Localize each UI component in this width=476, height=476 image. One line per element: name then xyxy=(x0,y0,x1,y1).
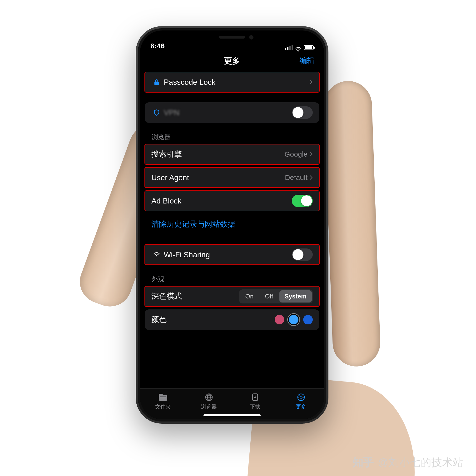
watermark: 知乎 @刘小七的技术站 xyxy=(353,455,464,470)
clear-history-row[interactable]: 清除历史记录与网站数据 xyxy=(145,214,319,235)
ad-block-label: Ad Block xyxy=(151,197,292,205)
phone-frame: 8:46 更多 编辑 xyxy=(136,26,328,424)
status-time: 8:46 xyxy=(151,42,165,50)
user-agent-label: User Agent xyxy=(151,173,285,182)
tab-folder[interactable]: 文件夹 xyxy=(140,389,186,414)
tab-browser[interactable]: 浏览器 xyxy=(186,389,232,414)
settings-content: Passcode Lock VPN 浏览器 xyxy=(140,72,324,389)
clear-history-label: 清除历史记录与网站数据 xyxy=(151,219,313,229)
tab-bar: 文件夹 浏览器 下载 更多 xyxy=(140,389,324,419)
ad-block-toggle[interactable] xyxy=(292,195,313,207)
color-row: 颜色 xyxy=(145,309,319,330)
phone-screen: 8:46 更多 编辑 xyxy=(140,31,324,419)
hand-fingers xyxy=(323,80,381,367)
chevron-right-icon xyxy=(309,152,313,157)
section-header-browser: 浏览器 xyxy=(145,133,319,144)
wifi-sharing-label: Wi-Fi Sharing xyxy=(164,250,292,259)
dark-mode-row: 深色模式 On Off System xyxy=(145,286,319,306)
color-swatch-pink[interactable] xyxy=(275,315,284,324)
svg-rect-4 xyxy=(160,396,166,397)
shield-icon xyxy=(151,109,162,116)
tab-downloads-label: 下载 xyxy=(250,403,260,410)
page-title: 更多 xyxy=(224,55,240,67)
tab-folder-label: 文件夹 xyxy=(155,403,171,410)
wifi-icon xyxy=(295,45,301,50)
vpn-row[interactable]: VPN xyxy=(145,102,319,123)
notch xyxy=(189,31,275,43)
user-agent-value: Default xyxy=(285,173,307,182)
user-agent-row[interactable]: User Agent Default xyxy=(145,167,319,188)
chevron-right-icon xyxy=(309,175,313,180)
wifi-sharing-row[interactable]: Wi-Fi Sharing xyxy=(145,244,319,265)
dark-mode-label: 深色模式 xyxy=(151,291,239,302)
watermark-text: @刘小七的技术站 xyxy=(378,456,464,470)
vpn-label: VPN xyxy=(164,108,292,117)
tab-downloads[interactable]: 下载 xyxy=(232,389,278,414)
search-engine-value: Google xyxy=(284,150,307,158)
ad-block-row[interactable]: Ad Block xyxy=(145,191,319,211)
cellular-icon xyxy=(285,45,293,50)
zhihu-logo: 知乎 xyxy=(353,455,374,470)
edit-button[interactable]: 编辑 xyxy=(299,56,315,66)
battery-icon xyxy=(304,45,314,50)
color-swatch-blue[interactable] xyxy=(303,315,313,324)
color-swatch-blue-light[interactable] xyxy=(289,315,298,324)
search-engine-row[interactable]: 搜索引擎 Google xyxy=(145,144,319,165)
svg-rect-3 xyxy=(159,394,163,395)
dark-mode-option-off[interactable]: Off xyxy=(260,290,278,303)
wifi-sharing-toggle[interactable] xyxy=(292,249,313,261)
tab-more-label: 更多 xyxy=(296,403,306,410)
tab-browser-label: 浏览器 xyxy=(201,403,217,410)
home-indicator[interactable] xyxy=(204,414,261,416)
passcode-lock-label: Passcode Lock xyxy=(164,78,309,87)
color-label: 颜色 xyxy=(151,314,275,325)
nav-bar: 更多 编辑 xyxy=(140,50,324,72)
dark-mode-segmented[interactable]: On Off System xyxy=(239,289,313,304)
lock-icon xyxy=(151,79,162,85)
color-options xyxy=(275,315,313,324)
dark-mode-option-on[interactable]: On xyxy=(240,290,259,303)
vpn-toggle[interactable] xyxy=(292,106,313,119)
svg-point-9 xyxy=(300,396,303,398)
dark-mode-option-system[interactable]: System xyxy=(279,290,312,303)
section-header-appearance: 外观 xyxy=(145,275,319,286)
tab-more[interactable]: 更多 xyxy=(278,389,324,414)
search-engine-label: 搜索引擎 xyxy=(151,149,284,159)
svg-point-1 xyxy=(156,256,157,257)
chevron-right-icon xyxy=(309,80,313,85)
passcode-lock-row[interactable]: Passcode Lock xyxy=(145,72,319,92)
wifi-icon xyxy=(151,251,162,258)
